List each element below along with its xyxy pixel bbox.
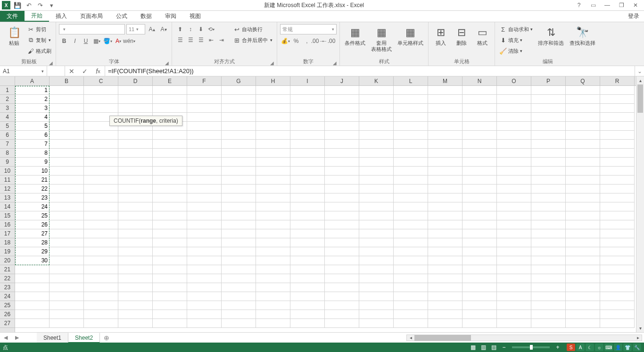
cell[interactable] <box>290 193 325 202</box>
cell[interactable] <box>50 256 84 265</box>
cell[interactable] <box>531 292 566 301</box>
cell[interactable] <box>153 211 187 220</box>
row-header[interactable]: 5 <box>0 122 15 131</box>
cell[interactable] <box>428 184 462 193</box>
cell[interactable] <box>462 131 497 140</box>
cell[interactable] <box>359 238 394 247</box>
restore-button[interactable]: ❐ <box>615 0 628 10</box>
cell[interactable] <box>84 131 118 140</box>
cell[interactable] <box>325 176 359 184</box>
cell[interactable] <box>187 184 222 193</box>
row-header[interactable]: 22 <box>0 274 15 283</box>
row-header[interactable]: 17 <box>0 229 15 238</box>
cell[interactable] <box>84 95 118 104</box>
column-headers[interactable]: ABCDEFGHIJKLMNOPQR <box>15 76 636 86</box>
cell[interactable] <box>325 256 359 265</box>
cell[interactable] <box>325 158 359 167</box>
cell[interactable] <box>428 283 462 292</box>
cell[interactable] <box>256 301 290 310</box>
cell[interactable] <box>600 247 635 256</box>
cell[interactable] <box>118 86 153 95</box>
zoom-slider[interactable] <box>512 346 550 348</box>
cell[interactable] <box>153 229 187 238</box>
ime-chip[interactable]: 👕 <box>623 344 632 351</box>
cell[interactable] <box>118 176 153 184</box>
clear-button[interactable]: 🧹清除▾ <box>498 46 534 56</box>
cell[interactable] <box>153 238 187 247</box>
tab-layout[interactable]: 页面布局 <box>74 11 109 22</box>
cell[interactable] <box>497 184 531 193</box>
cell[interactable] <box>566 292 600 301</box>
cell[interactable] <box>290 202 325 211</box>
cell[interactable] <box>462 104 497 113</box>
sheet-tab-sheet1[interactable]: Sheet1 <box>37 333 68 343</box>
grow-font-button[interactable]: A▴ <box>147 24 157 34</box>
cell[interactable] <box>222 167 256 176</box>
cell[interactable] <box>290 256 325 265</box>
cell[interactable] <box>50 104 84 113</box>
view-normal-button[interactable]: ▦ <box>468 343 478 352</box>
cell[interactable] <box>222 158 256 167</box>
name-box[interactable]: A1▾ <box>0 66 47 76</box>
cell[interactable] <box>566 131 600 140</box>
scroll-down-button[interactable]: ▾ <box>636 324 644 332</box>
cell[interactable]: 26 <box>15 220 50 229</box>
cell[interactable] <box>50 283 84 292</box>
cell[interactable] <box>222 149 256 158</box>
cell[interactable] <box>118 265 153 274</box>
cell[interactable] <box>531 193 566 202</box>
column-header-P[interactable]: P <box>531 76 566 85</box>
cell[interactable] <box>566 176 600 184</box>
cell[interactable] <box>497 86 531 95</box>
cell[interactable] <box>256 131 290 140</box>
cell[interactable] <box>84 167 118 176</box>
cell[interactable] <box>566 229 600 238</box>
cell[interactable] <box>359 167 394 176</box>
cell[interactable] <box>222 202 256 211</box>
cell[interactable] <box>359 274 394 283</box>
cell[interactable] <box>50 220 84 229</box>
cell[interactable] <box>566 167 600 176</box>
cell[interactable] <box>256 220 290 229</box>
expand-formula-bar-button[interactable]: ⌄ <box>635 66 644 76</box>
merge-center-button[interactable]: ⊞合并后居中▾ <box>231 35 274 45</box>
cell[interactable] <box>462 256 497 265</box>
cell[interactable] <box>531 122 566 131</box>
cell[interactable]: 1 <box>15 86 50 95</box>
cell[interactable] <box>118 193 153 202</box>
row-header[interactable]: 24 <box>0 292 15 301</box>
cell[interactable] <box>325 283 359 292</box>
cell[interactable] <box>222 140 256 149</box>
cell[interactable] <box>153 140 187 149</box>
sheet-nav-prev[interactable]: ◀ <box>0 333 11 343</box>
cell[interactable]: 10 <box>15 167 50 176</box>
format-table-button[interactable]: ▦套用 表格格式 <box>369 24 394 53</box>
cell[interactable] <box>290 283 325 292</box>
cell[interactable] <box>394 95 428 104</box>
cell[interactable] <box>566 274 600 283</box>
cell[interactable] <box>84 220 118 229</box>
find-select-button[interactable]: 🔭查找和选择 <box>568 24 597 47</box>
cell[interactable] <box>187 176 222 184</box>
cell[interactable] <box>394 140 428 149</box>
cell[interactable] <box>566 202 600 211</box>
cell[interactable] <box>187 149 222 158</box>
cell[interactable] <box>222 292 256 301</box>
cell[interactable] <box>153 193 187 202</box>
cell[interactable] <box>359 211 394 220</box>
cell[interactable] <box>118 140 153 149</box>
cell[interactable] <box>428 167 462 176</box>
cell[interactable] <box>187 247 222 256</box>
autosum-button[interactable]: Σ自动求和▾ <box>498 24 534 34</box>
align-left-button[interactable]: ☰ <box>175 35 185 45</box>
cell[interactable] <box>600 167 635 176</box>
cell[interactable] <box>290 211 325 220</box>
cell[interactable] <box>394 292 428 301</box>
cell[interactable] <box>394 122 428 131</box>
cell[interactable] <box>84 265 118 274</box>
cell[interactable] <box>497 176 531 184</box>
cell[interactable] <box>600 149 635 158</box>
cell[interactable] <box>497 229 531 238</box>
sheet-nav-next[interactable]: ▶ <box>11 333 23 343</box>
cell[interactable] <box>118 211 153 220</box>
